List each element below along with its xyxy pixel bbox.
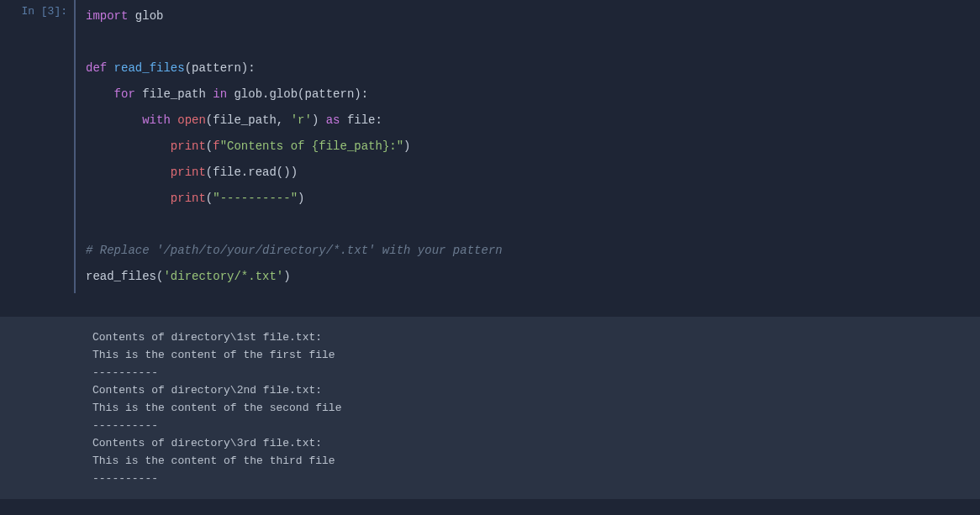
output-line: This is the content of the first file: [92, 346, 980, 364]
code-line: [86, 29, 980, 55]
output-line: This is the content of the third file: [92, 452, 980, 470]
code-line: read_files('directory/*.txt'): [86, 264, 980, 290]
output-line: ----------: [92, 417, 980, 434]
input-area: In [3]: import glob def read_files(patte…: [0, 0, 980, 293]
cell-prompt: In [3]:: [0, 0, 74, 293]
code-line: def read_files(pattern):: [86, 55, 980, 81]
code-editor[interactable]: import glob def read_files(pattern): for…: [74, 0, 980, 293]
code-line: import glob: [86, 3, 980, 29]
code-line: [86, 212, 980, 238]
output-line: ----------: [92, 364, 980, 381]
code-line: print("----------"): [86, 186, 980, 212]
output-line: Contents of directory\3rd file.txt:: [92, 434, 980, 452]
code-line: print(f"Contents of {file_path}:"): [86, 134, 980, 160]
code-line: with open(file_path, 'r') as file:: [86, 108, 980, 134]
notebook-cell: In [3]: import glob def read_files(patte…: [0, 0, 980, 499]
code-line: for file_path in glob.glob(pattern):: [86, 81, 980, 108]
output-line: ----------: [92, 470, 980, 487]
output-line: Contents of directory\2nd file.txt:: [92, 381, 980, 399]
output-line: This is the content of the second file: [92, 399, 980, 417]
code-line: print(file.read()): [86, 160, 980, 186]
output-line: Contents of directory\1st file.txt:: [92, 328, 980, 346]
output-area: Contents of directory\1st file.txt: This…: [0, 317, 980, 499]
code-line: # Replace '/path/to/your/directory/*.txt…: [86, 238, 980, 264]
